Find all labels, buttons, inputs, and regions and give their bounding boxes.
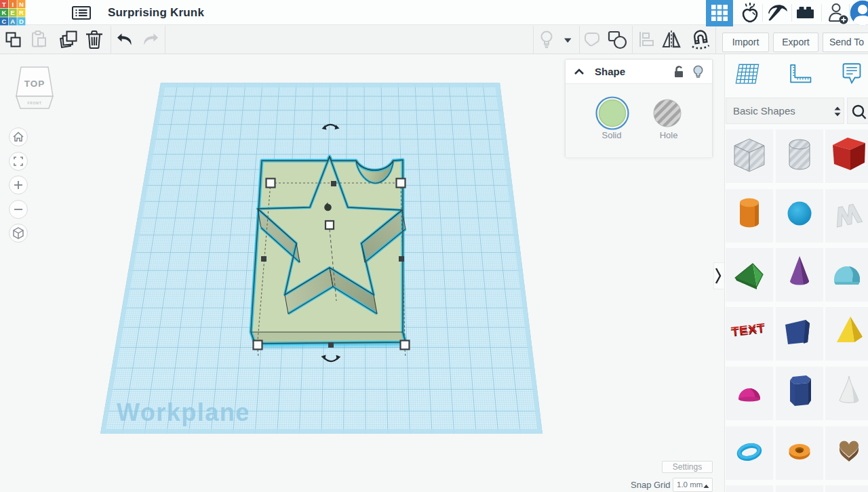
svg-text:A: A bbox=[10, 18, 15, 25]
svg-text:TOP: TOP bbox=[24, 79, 45, 89]
svg-text:I: I bbox=[12, 1, 14, 8]
svg-text:K: K bbox=[2, 9, 7, 16]
svg-text:N: N bbox=[19, 1, 24, 8]
svg-text:FRONT: FRONT bbox=[27, 101, 41, 105]
svg-text:T: T bbox=[2, 1, 6, 8]
svg-text:C: C bbox=[2, 18, 7, 25]
svg-text:Workplane: Workplane bbox=[117, 398, 250, 426]
svg-text:R: R bbox=[19, 9, 24, 16]
svg-text:E: E bbox=[11, 9, 15, 16]
svg-text:D: D bbox=[19, 18, 24, 25]
